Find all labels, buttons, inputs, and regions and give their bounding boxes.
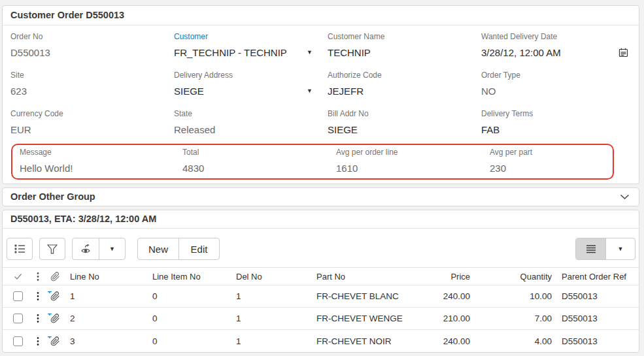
state-value: Released xyxy=(174,123,328,136)
table-row[interactable]: + 2 0 1 FR-CHEVET WENGE 210.00 7.00 D550… xyxy=(3,308,639,330)
cell-price: 210.00 xyxy=(432,314,472,323)
add-attachment-icon[interactable]: + xyxy=(50,291,60,301)
field-delivery-address: Delivery Address SIEGE ▼ xyxy=(174,71,328,97)
delivery-terms-value: FAB xyxy=(481,123,628,136)
eye-arrow-icon xyxy=(80,244,92,254)
field-avg-per-part: Avg per part 230 xyxy=(490,148,613,174)
row-menu-ellipsis-icon[interactable] xyxy=(33,336,43,346)
table-row[interactable]: + 1 0 1 FR-CHEVET BLANC 240.00 10.00 D55… xyxy=(3,285,639,308)
caret-down-icon: ▼ xyxy=(109,246,115,252)
new-button[interactable]: New xyxy=(138,238,178,259)
column-header-line-item-no[interactable]: Line Item No xyxy=(150,272,233,282)
new-edit-button-group: New Edit xyxy=(137,238,220,260)
field-order-type: Order Type NO xyxy=(481,71,628,97)
views-split-button: ▼ xyxy=(72,238,126,260)
cell-parent-order-ref: D550013 xyxy=(554,314,639,323)
edit-button[interactable]: Edit xyxy=(178,238,219,259)
plus-icon: + xyxy=(48,336,52,340)
order-lines-title: D550013, ETA: 3/28/12, 12:00 AM xyxy=(10,214,156,224)
row-checkbox[interactable] xyxy=(13,291,23,301)
multi-select-button[interactable] xyxy=(7,238,33,260)
cell-del-no: 1 xyxy=(233,336,314,346)
cell-part-no: FR-CHEVET WENGE xyxy=(314,314,432,323)
plus-icon: + xyxy=(48,291,52,295)
field-customer-name: Customer Name TECHNIP xyxy=(328,32,481,59)
field-avg-per-order-line: Avg per order line 1610 xyxy=(336,148,490,174)
site-label: Site xyxy=(10,71,174,80)
cell-line-no: 3 xyxy=(67,336,150,346)
message-label: Message xyxy=(20,148,182,157)
row-checkbox[interactable] xyxy=(13,314,23,323)
caret-down-icon[interactable]: ▼ xyxy=(307,50,313,56)
views-dropdown-button[interactable]: ▼ xyxy=(99,238,125,259)
avg-per-order-line-label: Avg per order line xyxy=(336,148,490,157)
plus-icon: + xyxy=(48,314,52,317)
chevron-down-icon[interactable] xyxy=(620,194,630,200)
delivery-address-combobox[interactable]: SIEGE ▼ xyxy=(174,85,313,97)
order-type-value: NO xyxy=(481,85,628,97)
field-delivery-terms: Delivery Terms FAB xyxy=(481,109,628,136)
caret-down-icon[interactable]: ▼ xyxy=(307,88,313,94)
cell-part-no: FR-CHEVET BLANC xyxy=(314,291,432,301)
site-value: 623 xyxy=(10,85,174,97)
table-header-row: Line No Line Item No Del No Part No Pric… xyxy=(3,267,639,285)
bill-addr-no-value: SIEGE xyxy=(328,123,481,136)
avg-per-part-label: Avg per part xyxy=(490,148,613,157)
add-attachment-icon[interactable]: + xyxy=(50,336,60,346)
cell-line-item-no: 0 xyxy=(150,291,233,301)
cell-parent-order-ref: D550013 xyxy=(554,291,639,301)
page: Customer Order D550013 Order No D550013 … xyxy=(0,0,644,353)
total-label: Total xyxy=(182,148,336,157)
field-authorize-code: Authorize Code JEJEFR xyxy=(328,71,481,97)
column-header-del-no[interactable]: Del No xyxy=(233,272,314,282)
order-lines-table: Line No Line Item No Del No Part No Pric… xyxy=(3,267,639,352)
list-view-button[interactable] xyxy=(576,238,605,259)
cell-part-no: FR-CHEVET NOIR xyxy=(314,336,432,346)
views-button[interactable] xyxy=(73,238,99,259)
cell-price: 240.00 xyxy=(432,291,472,301)
customer-label-link[interactable]: Customer xyxy=(174,32,328,42)
cell-line-no: 1 xyxy=(67,291,150,301)
filter-button[interactable] xyxy=(39,238,65,260)
total-value: 4830 xyxy=(182,162,336,174)
wanted-delivery-date-picker[interactable]: 3/28/12, 12:00 AM xyxy=(481,46,628,59)
field-bill-addr-no: Bill Addr No SIEGE xyxy=(328,109,481,136)
order-no-value: D550013 xyxy=(10,46,174,59)
column-header-parent-order-ref[interactable]: Parent Order Ref xyxy=(554,272,639,282)
column-header-line-no[interactable]: Line No xyxy=(67,272,150,282)
customer-value: FR_TECHNIP - TECHNIP xyxy=(174,46,287,59)
customer-combobox[interactable]: FR_TECHNIP - TECHNIP ▼ xyxy=(174,46,313,59)
column-header-price[interactable]: Price xyxy=(432,272,472,282)
order-lines-header: D550013, ETA: 3/28/12, 12:00 AM xyxy=(3,210,639,229)
column-header-quantity[interactable]: Quantity xyxy=(472,272,554,282)
cell-price: 240.00 xyxy=(432,336,472,346)
delivery-address-value: SIEGE xyxy=(174,85,204,97)
authorize-code-value: JEJEFR xyxy=(328,85,481,97)
select-all-check-icon[interactable] xyxy=(3,273,33,280)
view-toggle-group: ▼ xyxy=(575,238,636,260)
row-menu-ellipsis-icon[interactable] xyxy=(33,314,43,323)
cell-del-no: 1 xyxy=(233,291,314,301)
customer-order-card: Customer Order D550013 Order No D550013 … xyxy=(2,5,639,184)
currency-code-label: Currency Code xyxy=(10,109,174,119)
order-type-label: Order Type xyxy=(481,71,628,80)
delivery-terms-label: Delivery Terms xyxy=(481,109,628,119)
row-checkbox[interactable] xyxy=(13,336,23,346)
order-other-group-header[interactable]: Order Other Group xyxy=(3,188,639,206)
column-menu-ellipsis-icon xyxy=(33,272,43,282)
view-options-dropdown-button[interactable]: ▼ xyxy=(605,238,635,259)
field-order-no: Order No D550013 xyxy=(10,32,174,59)
field-message: Message Hello World! xyxy=(20,148,182,174)
field-state: State Released xyxy=(174,109,328,136)
row-menu-ellipsis-icon[interactable] xyxy=(33,291,43,301)
table-row[interactable]: + 3 0 1 FR-CHEVET NOIR 240.00 4.00 D5500… xyxy=(3,330,639,352)
caret-down-icon: ▼ xyxy=(618,246,624,252)
column-header-part-no[interactable]: Part No xyxy=(314,272,432,282)
cell-quantity: 4.00 xyxy=(472,336,554,346)
lines-toolbar: ▼ New Edit ▼ xyxy=(3,229,639,267)
add-attachment-icon[interactable]: + xyxy=(50,314,60,323)
calendar-icon[interactable] xyxy=(619,48,628,57)
wanted-delivery-date-label: Wanted Delivery Date xyxy=(481,32,628,42)
wanted-delivery-date-value: 3/28/12, 12:00 AM xyxy=(481,46,561,59)
cell-line-item-no: 0 xyxy=(150,314,233,323)
